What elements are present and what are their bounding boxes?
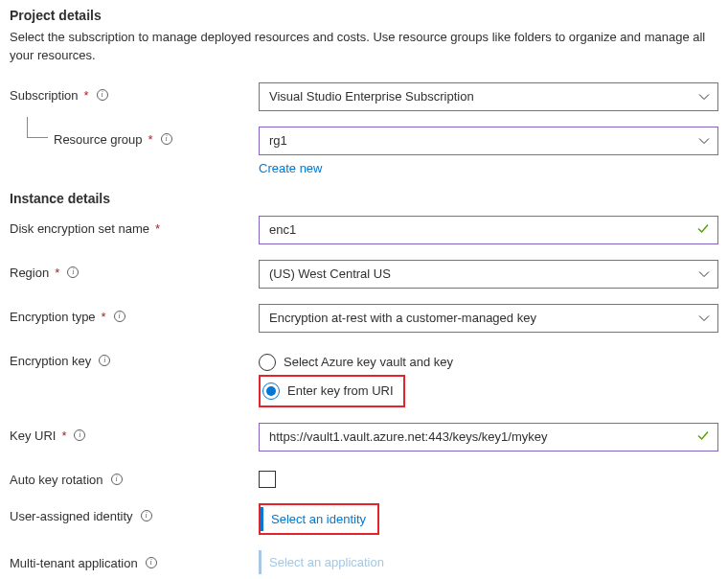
indent-line (27, 117, 48, 138)
des-name-value: enc1 (269, 222, 296, 237)
highlight-box: Select an identity (259, 503, 379, 535)
create-new-link[interactable]: Create new (259, 161, 322, 175)
project-details-heading: Project details (10, 8, 718, 23)
des-name-label: Disk encryption set name (10, 221, 149, 236)
chevron-down-icon (698, 313, 710, 324)
info-icon[interactable]: i (161, 133, 172, 145)
required-indicator: * (102, 310, 106, 324)
select-application-link: Select an application (269, 555, 384, 569)
check-icon (696, 221, 710, 238)
auto-rotation-checkbox[interactable] (259, 471, 276, 488)
key-uri-value: https://vault1.vault.azure.net:443/keys/… (269, 429, 547, 444)
encryption-key-label: Encryption key (10, 354, 91, 368)
resource-group-select[interactable]: rg1 (259, 127, 718, 155)
radio-icon (262, 382, 280, 400)
subscription-value: Visual Studio Enterprise Subscription (269, 89, 474, 104)
info-icon[interactable]: i (97, 89, 108, 101)
des-name-input[interactable]: enc1 (259, 216, 718, 244)
region-value: (US) West Central US (269, 266, 391, 281)
instance-details-heading: Instance details (10, 191, 718, 206)
region-label: Region (10, 266, 49, 280)
key-uri-input[interactable]: https://vault1.vault.azure.net:443/keys/… (259, 423, 718, 452)
info-icon[interactable]: i (146, 557, 157, 568)
info-icon[interactable]: i (67, 266, 79, 278)
encryption-type-select[interactable]: Encryption at-rest with a customer-manag… (259, 304, 718, 333)
radio-select-keyvault[interactable]: Select Azure key vault and key (259, 350, 718, 375)
required-indicator: * (84, 88, 89, 103)
radio-enter-uri[interactable]: Enter key from URI (261, 379, 399, 404)
project-details-description: Select the subscription to manage deploy… (10, 29, 718, 65)
chevron-down-icon (698, 268, 710, 280)
required-indicator: * (155, 221, 160, 236)
required-indicator: * (61, 428, 66, 443)
select-identity-link[interactable]: Select an identity (271, 512, 366, 526)
encryption-type-label: Encryption type (10, 310, 96, 324)
radio-enter-uri-label: Enter key from URI (287, 383, 394, 398)
multi-tenant-app-label: Multi-tenant application (10, 556, 138, 570)
info-icon[interactable]: i (141, 510, 152, 521)
info-icon[interactable]: i (114, 311, 125, 322)
encryption-type-value: Encryption at-rest with a customer-manag… (269, 311, 536, 325)
required-indicator: * (148, 132, 153, 147)
subscription-select[interactable]: Visual Studio Enterprise Subscription (259, 82, 718, 111)
highlight-box: Enter key from URI (259, 375, 405, 407)
resource-group-label: Resource group (54, 132, 143, 147)
check-icon (696, 428, 710, 445)
info-icon[interactable]: i (74, 429, 85, 441)
key-uri-label: Key URI (10, 428, 56, 443)
chevron-down-icon (698, 135, 710, 147)
resource-group-value: rg1 (269, 133, 287, 148)
radio-icon (259, 354, 276, 371)
subscription-label: Subscription (10, 88, 79, 103)
region-select[interactable]: (US) West Central US (259, 260, 718, 289)
chevron-down-icon (698, 91, 710, 103)
info-icon[interactable]: i (111, 474, 123, 485)
required-indicator: * (55, 266, 59, 280)
radio-select-keyvault-label: Select Azure key vault and key (284, 355, 453, 369)
user-assigned-identity-label: User-assigned identity (10, 509, 133, 523)
info-icon[interactable]: i (99, 355, 110, 366)
auto-rotation-label: Auto key rotation (10, 473, 103, 487)
